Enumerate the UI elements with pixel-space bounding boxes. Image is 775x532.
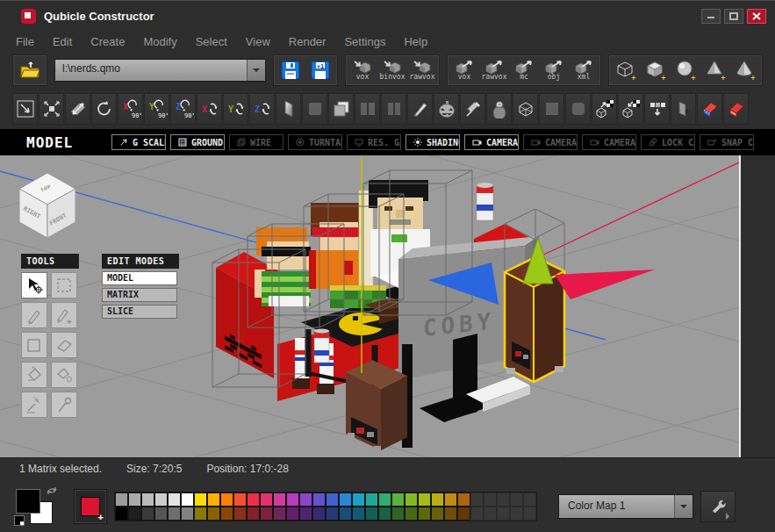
add-pyramid-button[interactable]: + xyxy=(701,58,729,83)
menu-render[interactable]: Render xyxy=(289,35,327,48)
palette-swatch[interactable] xyxy=(391,507,405,521)
tool-eraser[interactable] xyxy=(51,332,77,358)
toggle-turntable[interactable]: TURNTABLE xyxy=(288,134,342,150)
minimize-button[interactable] xyxy=(701,9,721,24)
matryoshka-button[interactable] xyxy=(486,93,512,125)
palette-swatch[interactable] xyxy=(352,507,365,521)
foreground-background-colors[interactable] xyxy=(14,487,60,526)
toggle-ground[interactable]: GROUND xyxy=(170,134,225,150)
rotate-free-button[interactable] xyxy=(91,93,117,125)
palette-swatch[interactable] xyxy=(286,492,299,507)
save-increment-button[interactable]: +1 xyxy=(306,58,334,83)
wire-cube-button[interactable] xyxy=(513,93,538,125)
tool-pencil-add[interactable] xyxy=(51,302,77,328)
palette-swatch[interactable] xyxy=(141,492,154,507)
palette-swatch[interactable] xyxy=(286,507,299,521)
flip-z-button[interactable]: Z xyxy=(249,93,275,125)
tool-marquee[interactable] xyxy=(51,272,77,298)
palette-swatch[interactable] xyxy=(391,492,405,507)
colormap-dropdown[interactable]: Color Map 1 xyxy=(558,494,693,519)
palette-swatch[interactable] xyxy=(194,507,207,521)
palette-swatch[interactable] xyxy=(299,507,312,521)
menu-settings[interactable]: Settings xyxy=(344,35,385,48)
menu-view[interactable]: View xyxy=(246,35,270,48)
add-cone-button[interactable]: + xyxy=(731,58,759,83)
stretch-button[interactable] xyxy=(65,93,90,125)
menu-edit[interactable]: Edit xyxy=(53,35,72,48)
eraser-button[interactable] xyxy=(723,93,749,125)
tool-fill-matrix[interactable] xyxy=(51,362,77,388)
camera-2-button[interactable]: CAMERA 2 xyxy=(523,134,578,150)
rotate-x-90-button[interactable]: X90° xyxy=(118,93,143,125)
erase-color-button[interactable] xyxy=(697,93,722,125)
palette-swatch[interactable] xyxy=(247,492,260,507)
resize-canvas-button[interactable] xyxy=(39,93,64,125)
palette-swatch[interactable] xyxy=(326,507,339,521)
open-file-button[interactable] xyxy=(16,58,44,83)
toggle-snap-cam[interactable]: SNAP CAM xyxy=(700,134,754,150)
export-mc-button[interactable]: mc xyxy=(510,58,538,83)
palette-swatch[interactable] xyxy=(154,492,168,507)
palette-swatch[interactable] xyxy=(220,492,233,507)
tool-select-move[interactable] xyxy=(21,272,47,298)
palette-swatch[interactable] xyxy=(444,507,457,521)
camera-1-button[interactable]: CAMERA 1 xyxy=(464,134,519,150)
navigation-cube[interactable]: TOP RIGHT FRONT xyxy=(19,173,75,238)
palette-swatch[interactable] xyxy=(365,492,378,507)
import-rawvox-button[interactable]: rawvox xyxy=(408,58,436,83)
palette-swatch[interactable] xyxy=(260,507,273,521)
palette-swatch[interactable] xyxy=(418,507,431,521)
toggle-res-gate[interactable]: RES. GATE xyxy=(347,134,401,150)
mode-matrix-button[interactable]: MATRIX xyxy=(102,288,177,302)
syringe-button[interactable] xyxy=(460,93,485,125)
palette-swatch[interactable] xyxy=(352,492,365,507)
palette-swatch[interactable] xyxy=(220,507,233,521)
export-matrix-button[interactable] xyxy=(592,93,617,125)
export-rawvox-button[interactable]: rawvox xyxy=(480,58,508,83)
file-path-dropdown[interactable]: l:\nerds.qmo xyxy=(54,59,266,82)
palette-swatch[interactable] xyxy=(154,507,168,521)
gizmo-x-arrow[interactable] xyxy=(555,270,655,299)
flip-y-button[interactable]: Y xyxy=(223,93,248,125)
resize-model-button[interactable] xyxy=(12,93,38,125)
palette-swatch[interactable] xyxy=(247,507,260,521)
palette-swatch[interactable] xyxy=(405,507,418,521)
palette-swatch[interactable] xyxy=(418,492,431,507)
import-matrix-button[interactable] xyxy=(618,93,643,125)
foreground-color-swatch[interactable] xyxy=(16,489,40,514)
close-button[interactable] xyxy=(747,9,766,24)
slab-tool-button[interactable] xyxy=(671,93,696,125)
mirror-button[interactable] xyxy=(276,93,301,125)
palette-swatch[interactable] xyxy=(207,507,220,521)
toggle-wire[interactable]: WIRE xyxy=(229,134,283,150)
ghost-button[interactable] xyxy=(302,93,327,125)
add-sphere-button[interactable]: + xyxy=(671,58,700,83)
import-vox-button[interactable]: vox xyxy=(348,58,377,83)
palette-swatch[interactable] xyxy=(326,492,339,507)
palette-swatch[interactable] xyxy=(233,507,247,521)
palette-swatch[interactable] xyxy=(233,492,247,507)
toggle-shading[interactable]: SHADING xyxy=(405,134,460,150)
merge-down-button[interactable] xyxy=(644,93,670,125)
palette-settings-button[interactable] xyxy=(700,491,736,522)
palette-swatch[interactable] xyxy=(181,507,194,521)
palette-swatch[interactable] xyxy=(273,507,286,521)
duplicate-button[interactable] xyxy=(328,93,354,125)
palette-swatch[interactable] xyxy=(444,492,457,507)
camera-3-button[interactable]: CAMERA 3 xyxy=(582,134,636,150)
rotate-z-90-button[interactable]: Z90° xyxy=(170,93,196,125)
tool-pencil[interactable] xyxy=(21,302,47,328)
palette-swatch[interactable] xyxy=(405,492,418,507)
palette-swatch[interactable] xyxy=(128,492,141,507)
split-button[interactable] xyxy=(381,93,406,125)
palette-swatch[interactable] xyxy=(168,507,181,521)
palette-swatch[interactable] xyxy=(141,507,154,521)
colormap-dropdown-arrow[interactable] xyxy=(674,495,692,518)
menu-select[interactable]: Select xyxy=(196,35,227,48)
toggle-lock-cam[interactable]: LOCK CAM xyxy=(641,134,695,150)
swap-colors-icon[interactable] xyxy=(46,485,58,496)
tool-fill[interactable] xyxy=(21,362,47,388)
palette-swatch[interactable] xyxy=(457,492,470,507)
active-color-well[interactable]: + xyxy=(74,489,107,524)
freeze-button[interactable] xyxy=(539,93,564,125)
